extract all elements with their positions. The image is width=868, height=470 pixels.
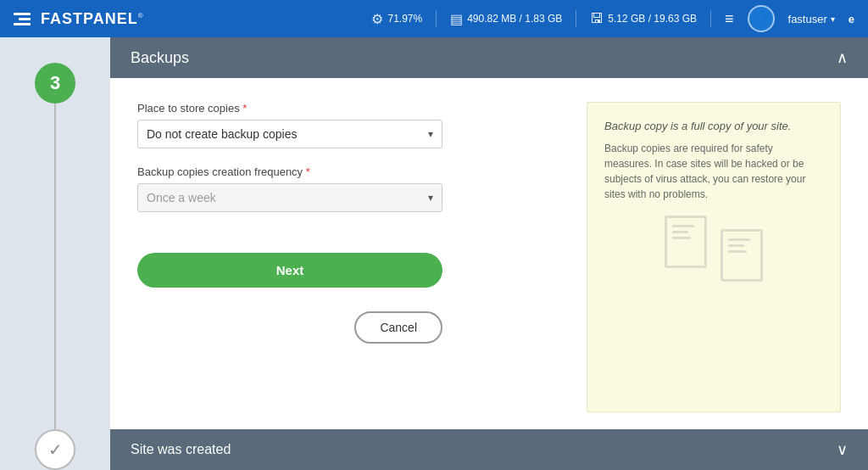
topnav: FASTPANEL® ⚙ 71.97% ▤ 490.82 MB / 1.83 G… xyxy=(0,0,868,37)
cpu-value: 71.97% xyxy=(387,13,422,25)
doc-line-5 xyxy=(728,244,744,247)
info-box: Backup copy is a full copy of your site.… xyxy=(587,102,841,412)
nav-divider-1 xyxy=(436,10,437,27)
place-select-arrow-icon: ▾ xyxy=(428,128,433,140)
bottom-chevron-icon[interactable]: ∨ xyxy=(837,440,848,459)
step-sidebar: 3 ✓ xyxy=(0,37,110,470)
form-actions: Next xyxy=(137,236,559,288)
ram-icon: ▤ xyxy=(450,11,463,27)
ram-value: 490.82 MB / 1.83 GB xyxy=(467,13,562,25)
bottom-section: Site was created ∨ xyxy=(110,429,868,470)
disk-stat: 🖫 5.12 GB / 19.63 GB xyxy=(590,11,697,26)
collapse-icon[interactable]: ∧ xyxy=(837,48,848,67)
frequency-select[interactable]: Once a week ▾ xyxy=(137,183,442,212)
place-required-indicator: * xyxy=(242,102,247,115)
username-label: fastuser xyxy=(788,13,827,25)
cpu-icon: ⚙ xyxy=(371,11,383,27)
user-menu[interactable]: fastuser ▾ xyxy=(788,13,835,25)
menu-lines-icon[interactable]: ≡ xyxy=(725,10,734,28)
step-3-circle: 3 xyxy=(35,63,75,104)
doc-icon-2 xyxy=(721,229,763,282)
doc-line-2 xyxy=(672,231,688,233)
logo-area: FASTPANEL® xyxy=(14,10,144,28)
user-chevron-icon: ▾ xyxy=(831,14,835,24)
main-layout: 3 ✓ Backups ∧ Place to store copies * xyxy=(0,37,868,470)
cancel-button[interactable]: Cancel xyxy=(354,311,442,344)
step-check-circle: ✓ xyxy=(35,429,75,470)
nav-divider-3 xyxy=(710,10,711,27)
disk-icon: 🖫 xyxy=(590,11,604,26)
doc-icon-1 xyxy=(665,215,707,268)
logo-text: FASTPANEL® xyxy=(41,10,144,28)
frequency-field-group: Backup copies creation frequency * Once … xyxy=(137,165,559,212)
info-illustration xyxy=(604,215,823,282)
form-left: Place to store copies * Do not create ba… xyxy=(137,102,559,412)
doc-line-3 xyxy=(672,237,691,239)
frequency-select-value: Once a week xyxy=(147,191,216,204)
next-button[interactable]: Next xyxy=(137,253,442,288)
step-line xyxy=(54,104,56,429)
edge-label: e xyxy=(849,13,854,25)
place-field-group: Place to store copies * Do not create ba… xyxy=(137,102,559,148)
place-select-value: Do not create backup copies xyxy=(147,127,297,141)
place-label: Place to store copies * xyxy=(137,102,559,115)
info-body: Backup copies are required for safety me… xyxy=(604,141,823,202)
ram-stat: ▤ 490.82 MB / 1.83 GB xyxy=(450,11,562,27)
frequency-required-indicator: * xyxy=(306,165,310,178)
logo-icon xyxy=(14,13,31,25)
doc-line-1 xyxy=(672,225,694,227)
user-avatar: 👤 xyxy=(748,5,775,32)
frequency-select-arrow-icon: ▾ xyxy=(428,192,433,204)
frequency-label: Backup copies creation frequency * xyxy=(137,165,559,178)
backups-title: Backups xyxy=(131,49,189,67)
form-area: Place to store copies * Do not create ba… xyxy=(110,78,868,429)
info-title: Backup copy is a full copy of your site. xyxy=(604,120,823,132)
doc-line-4 xyxy=(728,238,750,241)
disk-value: 5.12 GB / 19.63 GB xyxy=(608,13,697,25)
doc-line-6 xyxy=(728,250,747,253)
bottom-label: Site was created xyxy=(131,442,231,457)
content-area: Backups ∧ Place to store copies * Do not… xyxy=(110,37,868,470)
topnav-right: ⚙ 71.97% ▤ 490.82 MB / 1.83 GB 🖫 5.12 GB… xyxy=(371,5,854,32)
step-connector: ✓ xyxy=(35,104,75,470)
nav-divider-2 xyxy=(576,10,576,27)
place-select[interactable]: Do not create backup copies ▾ xyxy=(137,120,442,148)
backups-section-header: Backups ∧ xyxy=(110,37,868,78)
cpu-stat: ⚙ 71.97% xyxy=(371,11,422,27)
